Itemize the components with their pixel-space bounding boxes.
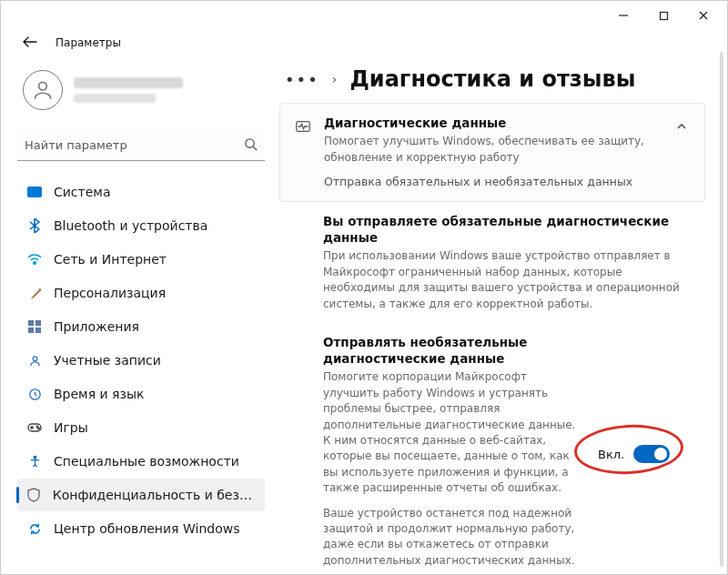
nav: Система Bluetooth и устройства Сеть и Ин… — [17, 176, 265, 545]
gamepad-icon — [26, 419, 43, 436]
card-subtitle: Помогает улучшить Windows, обеспечивать … — [324, 134, 664, 166]
sidebar-item-system[interactable]: Система — [17, 176, 265, 208]
optional-diag-toggle[interactable] — [633, 445, 670, 463]
page-title: Диагностика и отзывы — [349, 66, 635, 92]
heartbeat-icon — [293, 115, 313, 135]
sidebar-item-accessibility[interactable]: Специальные возможности — [17, 445, 265, 478]
svg-rect-1 — [660, 12, 667, 19]
card-title: Отправлять необязательные диагностически… — [323, 334, 578, 367]
system-icon — [26, 184, 43, 200]
sidebar-item-personalization[interactable]: Персонализация — [17, 277, 265, 309]
settings-window: Параметры Найти параметр — [0, 0, 728, 575]
close-button[interactable] — [683, 3, 723, 28]
toggle-label: Вкл. — [598, 448, 624, 461]
accessibility-icon — [26, 453, 43, 469]
sidebar-item-accounts[interactable]: Учетные записи — [17, 344, 265, 377]
update-icon — [26, 520, 43, 537]
shield-icon — [26, 487, 42, 503]
chevron-right-icon: › — [332, 72, 338, 86]
svg-line-6 — [253, 146, 257, 150]
search-icon — [244, 137, 258, 154]
card-subtitle: При использовании Windows ваше устройств… — [323, 248, 689, 312]
sidebar-item-label: Bluetooth и устройства — [54, 218, 207, 233]
profile-text — [74, 77, 183, 103]
sidebar-item-label: Персонализация — [54, 286, 166, 300]
sidebar-item-bluetooth[interactable]: Bluetooth и устройства — [17, 209, 265, 242]
minimize-button[interactable] — [603, 3, 643, 28]
sidebar-item-label: Центр обновления Windows — [54, 521, 239, 536]
svg-point-12 — [38, 428, 40, 429]
bluetooth-icon — [26, 217, 43, 234]
sidebar-item-apps[interactable]: Приложения — [17, 310, 265, 343]
sidebar-item-label: Время и язык — [54, 387, 144, 401]
brush-icon — [26, 285, 43, 301]
profile-block[interactable] — [17, 63, 265, 125]
card-footer: Отправка обязательных и необязательных д… — [324, 175, 664, 188]
apps-icon — [26, 318, 43, 335]
maximize-button[interactable] — [643, 3, 683, 28]
svg-point-5 — [246, 138, 254, 146]
search-placeholder: Найти параметр — [25, 138, 127, 152]
svg-point-11 — [36, 426, 38, 428]
card-title: Вы отправляете обязательные диагностичес… — [323, 213, 689, 246]
breadcrumb-overflow[interactable]: ••• — [285, 70, 319, 89]
sidebar-item-label: Учетные записи — [54, 353, 161, 368]
svg-point-4 — [39, 82, 47, 90]
content: ••• › Диагностика и отзывы Диагностическ… — [274, 55, 727, 574]
clock-icon — [26, 386, 43, 402]
search-input[interactable]: Найти параметр — [17, 130, 265, 161]
sidebar-item-privacy[interactable]: Конфиденциальность и безопас — [17, 479, 265, 511]
sidebar-item-update[interactable]: Центр обновления Windows — [17, 512, 265, 545]
sidebar-item-time[interactable]: Время и язык — [17, 378, 265, 410]
sidebar-item-gaming[interactable]: Игры — [17, 411, 265, 444]
chevron-up-icon — [675, 120, 688, 136]
back-button[interactable] — [17, 32, 43, 54]
sidebar-item-network[interactable]: Сеть и Интернет — [17, 243, 265, 276]
optional-diag-toggle-wrap: Вкл. — [598, 445, 670, 463]
card-expand[interactable] — [675, 115, 688, 136]
scrollbar[interactable] — [720, 52, 723, 567]
card-body: Отправлять необязательные диагностически… — [323, 334, 578, 569]
window-titlebar — [1, 1, 727, 30]
sidebar: Найти параметр Система Bluetooth и устро… — [1, 55, 274, 574]
main-area: Найти параметр Система Bluetooth и устро… — [1, 55, 727, 574]
card-subtitle: Помогите корпорации Майкрософт улучшить … — [323, 369, 578, 496]
svg-point-13 — [34, 456, 36, 459]
card-optional-diag: Отправлять необязательные диагностически… — [279, 323, 705, 574]
sidebar-item-label: Игры — [54, 420, 88, 435]
cards-scroll[interactable]: Диагностические данные Помогает улучшить… — [279, 103, 711, 574]
svg-point-8 — [33, 356, 37, 360]
spacer — [292, 334, 312, 338]
sidebar-item-label: Сеть и Интернет — [54, 252, 167, 267]
sidebar-item-label: Специальные возможности — [54, 454, 239, 469]
breadcrumb: ••• › Диагностика и отзывы — [279, 61, 711, 103]
card-body: Вы отправляете обязательные диагностичес… — [323, 213, 689, 312]
card-subtitle-2: Ваше устройство останется под надежной з… — [323, 506, 578, 570]
sidebar-item-label: Приложения — [54, 319, 139, 334]
sidebar-item-label: Конфиденциальность и безопас — [53, 488, 256, 502]
spacer — [292, 213, 312, 217]
wifi-icon — [26, 251, 43, 267]
toggle-area: Вкл. — [589, 439, 670, 463]
card-title: Диагностические данные — [324, 115, 664, 131]
card-diagnostic-data[interactable]: Диагностические данные Помогает улучшить… — [279, 103, 705, 202]
card-mandatory-info: Вы отправляете обязательные диагностичес… — [279, 209, 705, 316]
avatar — [23, 70, 63, 110]
app-header: Параметры — [1, 30, 727, 55]
svg-point-7 — [34, 262, 36, 265]
app-title: Параметры — [56, 36, 121, 49]
accounts-icon — [26, 352, 43, 368]
sidebar-item-label: Система — [54, 185, 110, 199]
card-body: Диагностические данные Помогает улучшить… — [324, 115, 664, 188]
